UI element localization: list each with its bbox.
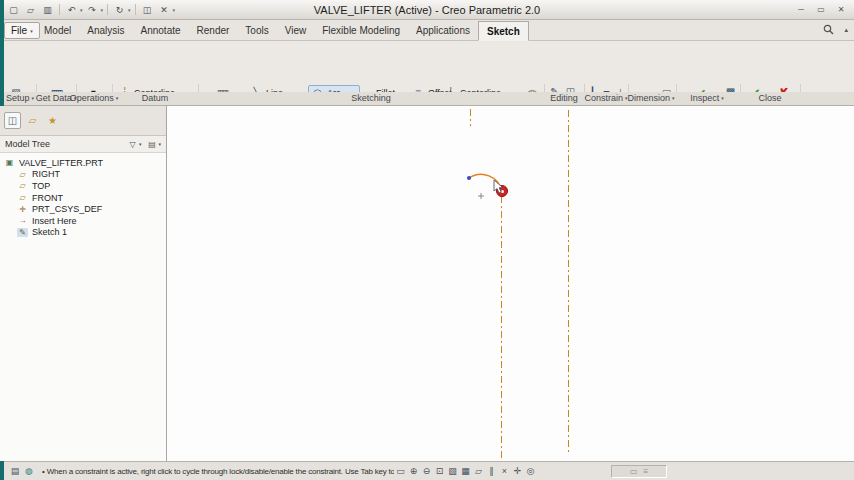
datum-point-display-icon[interactable]: × <box>498 464 511 479</box>
web-browser-icon[interactable]: ◍ <box>22 464 36 478</box>
model-tree-header: Model Tree ▽ ▾ ▤ ▾ <box>0 136 166 153</box>
tree-item-label: RIGHT <box>32 169 60 179</box>
creo-window: { "titlebar": { "title": "VALVE_LIFTER (… <box>0 0 854 480</box>
redo-dropdown-icon[interactable]: ▾ <box>101 7 104 13</box>
customize-toolbar-icon[interactable]: ▾ <box>173 7 176 13</box>
ribbon-group-label-dimension[interactable]: Dimension▾ <box>627 93 674 103</box>
model-tree: ▣ VALVE_LIFTER.PRT ▱ RIGHT ▱ TOP ▱ FRONT… <box>0 153 166 461</box>
tree-item-top-plane[interactable]: ▱ TOP <box>0 180 166 192</box>
ribbon-group-label-close: Close <box>758 93 781 103</box>
tree-item-label: FRONT <box>32 193 63 203</box>
datum-axis-display-icon[interactable]: ∥ <box>485 464 498 479</box>
tree-item-front-plane[interactable]: ▱ FRONT <box>0 192 166 204</box>
sketch-canvas[interactable] <box>167 106 854 461</box>
model-tree-tab-icon[interactable]: ◫ <box>4 112 21 129</box>
toolbar-separator <box>135 4 136 15</box>
undo-dropdown-icon[interactable]: ▾ <box>80 7 83 13</box>
tab-annotate[interactable]: Annotate <box>133 20 189 41</box>
datum-plane-icon: ▱ <box>17 181 28 190</box>
tab-model[interactable]: Model <box>36 20 79 41</box>
undo-icon[interactable]: ↶ <box>64 3 79 17</box>
tree-item-label: Insert Here <box>32 216 77 226</box>
search-icon[interactable] <box>823 24 834 35</box>
quick-access-toolbar: ▢ ▱ ▥ ↶ ▾ ↷ ▾ ↻ ▾ ◫ ✕ ▾ <box>6 2 175 17</box>
open-file-icon[interactable]: ▱ <box>23 3 38 17</box>
toolbar-separator <box>107 4 108 15</box>
ribbon: ▧ ▤ ◪ ▥ File System ↖ Select ▾ ┆ Centerl… <box>0 41 854 92</box>
insert-here-icon: → <box>17 216 28 225</box>
ribbon-group-label-inspect[interactable]: Inspect▾ <box>690 93 724 103</box>
window-switch-icon[interactable]: ◫ <box>140 3 155 17</box>
tree-filter-dropdown-icon[interactable]: ▾ <box>139 141 142 147</box>
ribbon-tabs: Model Analysis Annotate Render Tools Vie… <box>36 20 529 41</box>
refit-icon[interactable]: ⊡ <box>433 464 446 479</box>
redo-icon[interactable]: ↷ <box>85 3 100 17</box>
tab-tools[interactable]: Tools <box>237 20 276 41</box>
restore-button[interactable]: ▭ <box>813 3 829 16</box>
tab-view[interactable]: View <box>277 20 315 41</box>
file-menu-button[interactable]: File ▾ <box>4 22 40 39</box>
part-icon: ▣ <box>4 158 15 167</box>
tab-applications[interactable]: Applications <box>408 20 478 41</box>
vertical-sketch-line[interactable] <box>501 196 502 461</box>
repaint-icon[interactable]: ▧ <box>446 464 459 479</box>
tab-render[interactable]: Render <box>189 20 238 41</box>
window-controls: ─ ▭ ✕ <box>793 3 849 16</box>
tree-item-insert-here[interactable]: → Insert Here <box>0 215 166 227</box>
ribbon-group-label-setup[interactable]: Setup▾ <box>6 93 34 103</box>
status-bullet: • <box>42 467 45 476</box>
model-tree-title: Model Tree <box>5 139 50 149</box>
save-icon[interactable]: ▥ <box>40 3 55 17</box>
centerline-top-segment[interactable] <box>470 109 471 126</box>
datum-plane-icon: ▱ <box>17 170 28 179</box>
tree-settings-dropdown-icon[interactable]: ▾ <box>158 141 161 147</box>
view-manager-icon[interactable]: ▦ <box>459 464 472 479</box>
vertical-centerline[interactable] <box>568 110 569 454</box>
tree-item-sketch1[interactable]: ✎ Sketch 1 <box>0 227 166 239</box>
desktop-edge-strip-top <box>0 0 4 106</box>
tree-item-label: VALVE_LIFTER.PRT <box>19 158 103 168</box>
tree-item-csys[interactable]: ✛ PRT_CSYS_DEF <box>0 203 166 215</box>
coordinate-system-icon: ✛ <box>17 205 28 214</box>
file-menu-label: File <box>11 25 27 36</box>
ribbon-group-label-operations[interactable]: Operations▾ <box>70 93 119 103</box>
ribbon-group-label-datum: Datum <box>142 93 169 103</box>
tree-item-part[interactable]: ▣ VALVE_LIFTER.PRT <box>0 157 166 169</box>
spin-center-icon[interactable]: ◎ <box>524 464 537 479</box>
ribbon-tab-row: File ▾ Model Analysis Annotate Render To… <box>0 20 854 41</box>
close-button[interactable]: ✕ <box>833 3 849 16</box>
datum-plane-display-icon[interactable]: ▱ <box>472 464 485 479</box>
ribbon-group-label-constrain[interactable]: Constrain▾ <box>584 93 627 103</box>
status-well-icon-2: ≡ <box>643 467 648 476</box>
close-window-icon[interactable]: ✕ <box>157 3 172 17</box>
message-log-icon[interactable]: ▤ <box>8 464 22 478</box>
collapse-ribbon-icon[interactable]: ▴ <box>844 26 848 34</box>
tab-analysis[interactable]: Analysis <box>79 20 132 41</box>
desktop-edge-strip-bottom <box>0 461 4 480</box>
tab-row-right-tools: ▴ <box>823 24 848 35</box>
tree-settings-icon[interactable]: ▤ <box>145 140 158 149</box>
sketch-arc[interactable] <box>455 164 517 208</box>
sketch-icon: ✎ <box>17 228 28 237</box>
tree-item-right-plane[interactable]: ▱ RIGHT <box>0 169 166 181</box>
tree-filter-icon[interactable]: ▽ <box>126 140 139 149</box>
favorites-icon[interactable]: ★ <box>44 112 61 129</box>
file-menu-caret-icon: ▾ <box>30 28 33 34</box>
minimize-button[interactable]: ─ <box>793 3 809 16</box>
tab-flexible-modeling[interactable]: Flexible Modeling <box>314 20 408 41</box>
ribbon-group-labels: Setup▾ Get Data▾ Operations▾ Datum Sketc… <box>0 92 854 106</box>
new-file-icon[interactable]: ▢ <box>6 3 21 17</box>
regenerate-dropdown-icon[interactable]: ▾ <box>128 7 131 13</box>
tab-sketch[interactable]: Sketch <box>478 21 529 41</box>
status-bar: ▤ ◍ • When a constraint is active, right… <box>0 461 854 480</box>
csys-display-icon[interactable]: ✛ <box>511 464 524 479</box>
navigator-panel: ◫ ▱ ★ Model Tree ▽ ▾ ▤ ▾ ▣ VALVE_LIFTER.… <box>0 106 167 461</box>
zoom-in-icon[interactable]: ⊕ <box>407 464 420 479</box>
toolbar-separator <box>59 4 60 15</box>
status-well: ▭ ≡ <box>611 465 667 478</box>
navigator-toolbar: ◫ ▱ ★ <box>0 106 166 136</box>
regenerate-icon[interactable]: ↻ <box>112 3 127 17</box>
selection-box-icon[interactable]: ▭ <box>394 464 407 479</box>
zoom-out-icon[interactable]: ⊖ <box>420 464 433 479</box>
folder-browser-icon[interactable]: ▱ <box>24 112 41 129</box>
